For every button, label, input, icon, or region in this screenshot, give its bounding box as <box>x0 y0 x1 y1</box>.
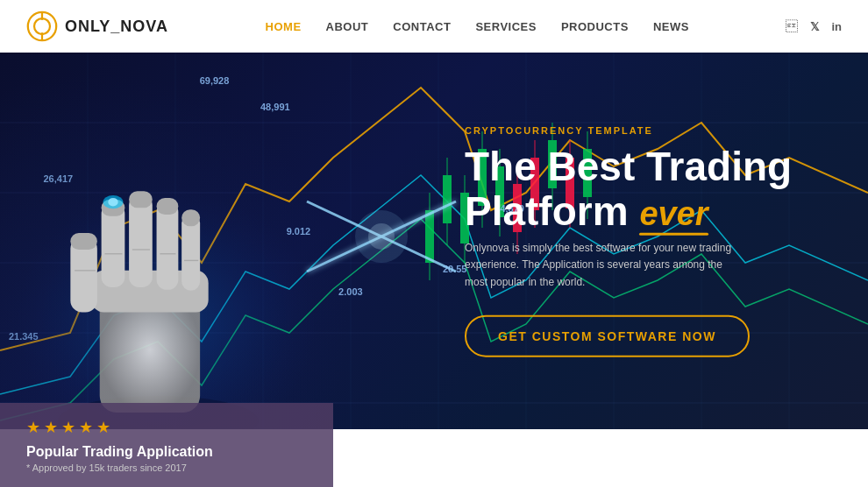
nav-link-about[interactable]: ABOUT <box>326 20 369 33</box>
hero-section: 69,928 48,991 44,870 26,417 20.55 9.012 … <box>0 53 868 429</box>
nav-item-contact[interactable]: CONTACT <box>393 18 451 34</box>
svg-point-1 <box>34 18 50 34</box>
svg-rect-50 <box>129 195 153 287</box>
svg-rect-51 <box>129 191 153 208</box>
nav-item-services[interactable]: SERVICES <box>475 18 537 34</box>
card-title: Popular Trading Application <box>26 444 307 460</box>
hero-content: CRYPTOCURRENCY TEMPLATE The Best Trading… <box>465 125 798 357</box>
twitter-icon[interactable]: 𝕏 <box>810 20 819 33</box>
nav-item-home[interactable]: HOME <box>266 18 302 34</box>
nav-link-home[interactable]: HOME <box>266 20 302 33</box>
logo-icon <box>26 11 58 42</box>
cta-button[interactable]: GET CUSTOM SOFTWARE NOW <box>465 314 750 356</box>
card-subtitle: * Approved by 15k traders since 2017 <box>26 462 307 473</box>
nav-item-news[interactable]: NEWS <box>653 18 689 34</box>
nav-link-news[interactable]: NEWS <box>653 20 689 33</box>
svg-point-62 <box>108 198 117 207</box>
facebook-icon[interactable]:  <box>786 19 798 33</box>
hero-title-emphasis: ever <box>639 194 708 231</box>
logo[interactable]: ONLY_NOVA <box>26 11 168 42</box>
hero-title-line2: Platform <box>465 187 629 233</box>
nav-links: HOME ABOUT CONTACT SERVICES PRODUCTS NEW… <box>266 18 689 34</box>
svg-rect-53 <box>157 198 179 215</box>
svg-rect-21 <box>443 175 452 223</box>
star-3: ★ <box>61 418 75 437</box>
robot-arm <box>0 70 351 429</box>
logo-text: ONLY_NOVA <box>65 18 168 36</box>
navbar: ONLY_NOVA HOME ABOUT CONTACT SERVICES PR… <box>0 0 868 53</box>
hero-description: Onlynova is simply the best software for… <box>465 240 745 291</box>
svg-rect-52 <box>157 202 179 290</box>
bottom-card: ★ ★ ★ ★ ★ Popular Trading Application * … <box>0 403 333 487</box>
star-2: ★ <box>44 418 58 437</box>
hero-title: The Best Trading Platform ever <box>465 145 798 233</box>
linkedin-icon[interactable]: in <box>831 20 842 33</box>
svg-rect-19 <box>425 210 434 263</box>
robot-arm-svg <box>0 70 351 429</box>
nav-link-services[interactable]: SERVICES <box>475 20 537 33</box>
hero-title-line1: The Best Trading <box>465 144 792 189</box>
svg-rect-47 <box>70 233 97 250</box>
star-rating: ★ ★ ★ ★ ★ <box>26 418 307 437</box>
star-4: ★ <box>79 418 93 437</box>
nav-link-products[interactable]: PRODUCTS <box>561 20 629 33</box>
star-5: ★ <box>96 418 110 437</box>
nav-link-contact[interactable]: CONTACT <box>393 20 451 33</box>
nav-social:  𝕏 in <box>786 19 842 33</box>
svg-point-41 <box>368 223 395 250</box>
nav-item-products[interactable]: PRODUCTS <box>561 18 629 34</box>
nav-item-about[interactable]: ABOUT <box>326 18 369 34</box>
star-1: ★ <box>26 418 40 437</box>
crypto-label: CRYPTOCURRENCY TEMPLATE <box>465 125 798 136</box>
svg-rect-55 <box>181 209 200 226</box>
